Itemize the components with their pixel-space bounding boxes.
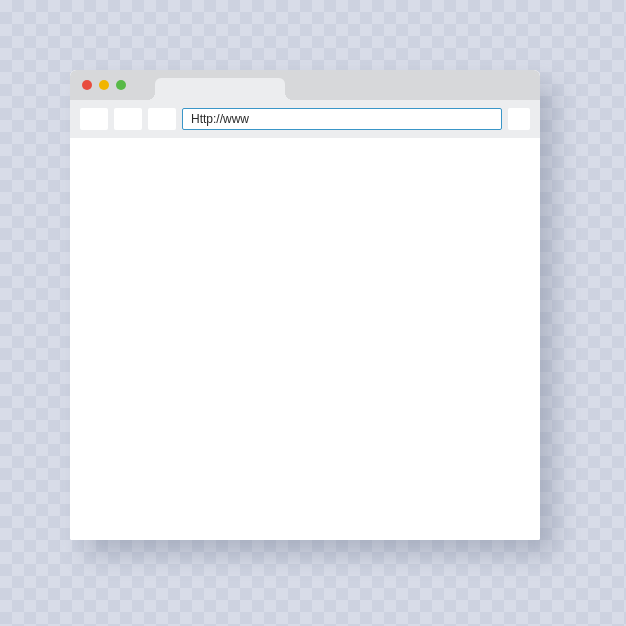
toolbar: Http://www (70, 100, 540, 138)
maximize-button[interactable] (116, 80, 126, 90)
browser-tab[interactable] (155, 78, 285, 100)
forward-button[interactable] (114, 108, 142, 130)
address-bar[interactable]: Http://www (182, 108, 502, 130)
browser-window: Http://www (70, 70, 540, 540)
close-button[interactable] (82, 80, 92, 90)
minimize-button[interactable] (99, 80, 109, 90)
content-area (70, 138, 540, 540)
address-bar-text: Http://www (191, 112, 249, 126)
back-button[interactable] (80, 108, 108, 130)
menu-button[interactable] (508, 108, 530, 130)
refresh-button[interactable] (148, 108, 176, 130)
title-bar (70, 70, 540, 100)
traffic-lights (82, 80, 126, 90)
